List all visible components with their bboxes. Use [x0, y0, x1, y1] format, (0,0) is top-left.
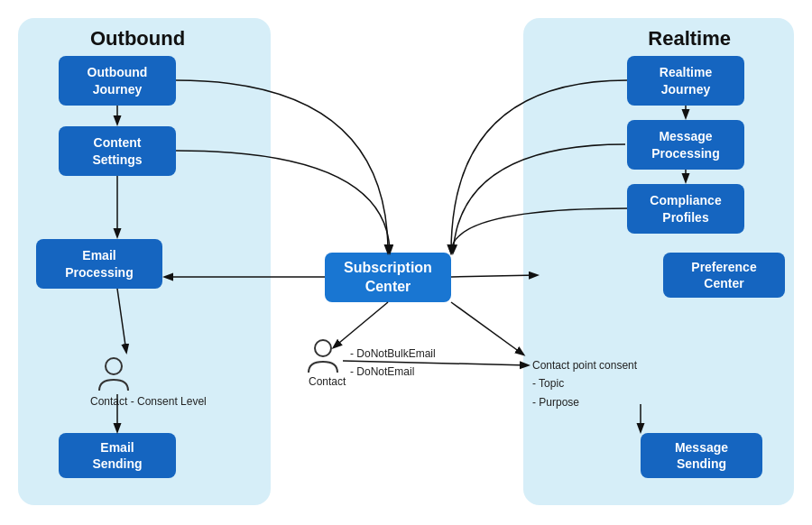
message-sending-box: MessageSending: [641, 433, 762, 478]
message-processing-box: MessageProcessing: [627, 120, 744, 170]
contact-label-left: Contact - Consent Level: [90, 395, 207, 408]
outbound-journey-box: OutboundJourney: [59, 56, 176, 106]
email-processing-box: EmailProcessing: [36, 239, 162, 289]
contact-icon-center: [307, 338, 339, 379]
svg-line-5: [334, 302, 388, 347]
contact-icon-left: [97, 356, 130, 400]
contact-point-consent-label: Contact point consent- Topic- Purpose: [532, 356, 637, 411]
contact-label-center: Contact: [309, 375, 346, 388]
email-sending-box: EmailSending: [59, 433, 176, 478]
realtime-journey-box: RealtimeJourney: [627, 56, 744, 106]
subscription-center-box: SubscriptionCenter: [325, 253, 451, 302]
realtime-title: Realtime: [648, 27, 731, 51]
compliance-profiles-box: ComplianceProfiles: [627, 184, 744, 234]
svg-point-1: [106, 358, 122, 374]
outbound-title: Outbound: [90, 27, 185, 51]
diagram-canvas: Outbound Realtime OutboundJourney Conten…: [0, 0, 812, 525]
content-settings-box: ContentSettings: [59, 126, 176, 176]
svg-point-0: [315, 340, 331, 356]
preference-center-box: PreferenceCenter: [663, 253, 785, 298]
contact-attributes-center: - DoNotBulkEmail- DoNotEmail: [350, 345, 436, 382]
svg-line-13: [451, 302, 523, 355]
